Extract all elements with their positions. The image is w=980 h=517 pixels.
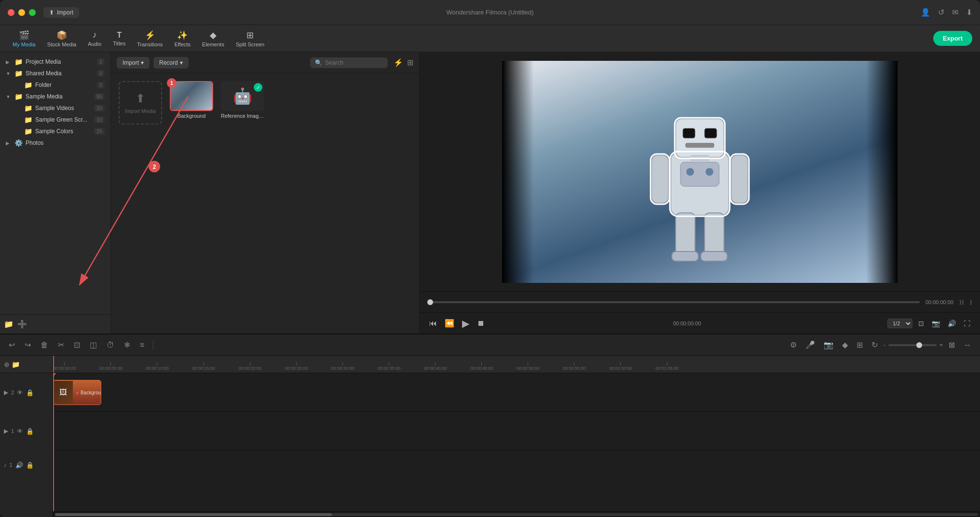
tree-item-sample-videos[interactable]: 📁 Sample Videos 20 <box>2 102 109 114</box>
trim-button[interactable]: ◫ <box>87 338 100 351</box>
toolbar-item-elements[interactable]: ◆ Elements <box>197 27 229 50</box>
zoom-out-icon[interactable]: - <box>884 342 885 349</box>
audio-button[interactable]: 🔊 <box>946 318 958 329</box>
zoom-fit-button[interactable]: ⊡ <box>916 318 926 329</box>
export-button[interactable]: Export <box>933 31 972 46</box>
fullscreen-button[interactable]: ⛶ <box>962 318 972 329</box>
tree-item-sample-media[interactable]: ▼ 📁 Sample Media 55 <box>2 91 109 102</box>
undo-button[interactable]: ↩ <box>6 338 18 351</box>
stop-button[interactable]: ⏹ <box>475 317 487 330</box>
settings-icon-photos: ⚙️ <box>14 139 23 147</box>
media-item-background[interactable]: 1 Background <box>170 81 213 125</box>
import-button[interactable]: Import ▾ <box>117 57 150 69</box>
search-box[interactable]: 🔍 <box>310 57 388 68</box>
reference-image-2-thumbnail: 🤖 ✓ <box>221 81 264 111</box>
svg-rect-9 <box>731 155 748 203</box>
video2-lock-icon[interactable]: 🔒 <box>26 389 34 396</box>
tree-item-photos[interactable]: ▶ ⚙️ Photos <box>2 137 109 149</box>
ruler-tick-35s: 00:00:35:00 <box>378 362 401 371</box>
timeline-content: 00:00:00:00 00:00:05:00 00:00:10:00 <box>53 356 980 517</box>
tree-item-shared-media[interactable]: ▼ 📁 Shared Media 0 <box>2 68 109 79</box>
camera-icon[interactable]: 📷 <box>821 338 836 351</box>
media-item-reference-image-2[interactable]: 🤖 ✓ Reference Image 2 <box>221 81 264 125</box>
scrollbar-thumb <box>55 513 332 516</box>
profile-icon[interactable]: 👤 <box>921 8 930 17</box>
video2-eye-icon[interactable]: 👁 <box>17 389 23 396</box>
expand-icon: ▶ <box>6 59 12 65</box>
snap-icon[interactable]: ⊞ <box>854 338 866 351</box>
import-media-label: Import Media <box>125 108 156 114</box>
download-icon[interactable]: ⬇ <box>966 8 972 17</box>
preview-time-code: 00:00:00:00 <box>926 299 953 305</box>
track-settings-icon[interactable]: ⚙ <box>787 338 800 351</box>
toolbar-label-my-media: My Media <box>13 42 36 47</box>
folder-icon: 📁 <box>14 58 23 66</box>
video1-lock-icon[interactable]: 🔒 <box>26 428 34 435</box>
search-input[interactable] <box>325 59 383 66</box>
delete-button[interactable]: 🗑 <box>38 339 51 351</box>
audio-volume-icon[interactable]: 🔊 <box>15 461 23 469</box>
import-window-button[interactable]: ⬆ Import <box>43 7 79 18</box>
rewind-button[interactable]: ⏮ <box>427 317 439 330</box>
ruler-tick-20s: 00:00:20:00 <box>238 362 261 371</box>
loop-icon[interactable]: ↻ <box>869 338 881 351</box>
freeze-button[interactable]: ❄ <box>121 338 133 351</box>
cut-button[interactable]: ✂ <box>55 338 67 351</box>
refresh-icon[interactable]: ↺ <box>938 8 944 17</box>
preview-controls: 00:00:00:00 ⟩⟩ ⟩ <box>420 291 980 312</box>
preview-skip-fwd-icon[interactable]: ⟩ <box>970 299 972 306</box>
tree-item-sample-colors[interactable]: 📁 Sample Colors 25 <box>2 126 109 137</box>
tree-count-sample-green: 10 <box>94 116 105 123</box>
fit-timeline-button[interactable]: ⊠ <box>946 338 958 351</box>
audio-lock-icon[interactable]: 🔒 <box>26 461 34 469</box>
svg-rect-3 <box>705 128 717 138</box>
keyframe-icon[interactable]: ◆ <box>839 338 851 351</box>
timeline-scrollbar[interactable] <box>53 511 980 517</box>
preview-video <box>502 61 898 283</box>
filter-icon[interactable]: ⚡ <box>394 58 403 67</box>
audio-track-content <box>53 450 980 479</box>
toolbar-item-transitions[interactable]: ⚡ Transitions <box>132 27 167 50</box>
svg-rect-4 <box>685 143 714 148</box>
play-button[interactable]: ▶ <box>460 316 471 331</box>
redo-button[interactable]: ↪ <box>22 338 34 351</box>
zoom-in-icon[interactable]: + <box>939 342 943 349</box>
video1-eye-icon[interactable]: 👁 <box>17 428 23 435</box>
track-row-audio1 <box>53 450 980 479</box>
import-media-button[interactable]: ⬆ Import Media <box>119 81 162 125</box>
background-label: Background <box>170 113 213 119</box>
quality-select[interactable]: 1/2 1/4 Full <box>887 319 912 328</box>
tree-item-sample-green[interactable]: 📁 Sample Green Scr... 10 <box>2 114 109 126</box>
add-track-button[interactable]: ⊕ <box>4 361 10 368</box>
reference-check-icon: ✓ <box>254 83 262 92</box>
add-folder-icon[interactable]: ➕ <box>17 320 27 329</box>
toolbar-item-audio[interactable]: ♪ Audio <box>83 27 106 50</box>
toolbar-item-my-media[interactable]: 🎬 My Media <box>8 27 41 50</box>
speed-button[interactable]: ⏱ <box>104 339 117 351</box>
preview-skip-back-icon[interactable]: ⟩⟩ <box>959 299 964 306</box>
snapshot-button[interactable]: 📷 <box>930 318 942 329</box>
zoom-track[interactable] <box>888 344 937 346</box>
grid-view-icon[interactable]: ⊞ <box>407 58 413 67</box>
toolbar-item-effects[interactable]: ✨ Effects <box>170 27 195 50</box>
tree-item-project-media[interactable]: ▶ 📁 Project Media 2 <box>2 56 109 68</box>
mail-icon[interactable]: ✉ <box>952 8 958 17</box>
track-options-button[interactable]: 📁 <box>12 361 20 368</box>
mic-icon[interactable]: 🎤 <box>803 338 818 351</box>
preview-scrubber[interactable] <box>427 301 920 303</box>
step-back-button[interactable]: ⏪ <box>443 317 456 330</box>
ai-button[interactable]: ≡ <box>137 339 147 351</box>
crop-button[interactable]: ⊡ <box>71 338 83 351</box>
import-window-label: Import <box>57 9 73 16</box>
expand-timeline-button[interactable]: ↔ <box>961 339 974 351</box>
toolbar-item-stock-media[interactable]: 📦 Stock Media <box>42 27 82 50</box>
clip-background[interactable]: 🖼 ■ Background <box>53 380 101 405</box>
minimize-button[interactable] <box>18 9 25 16</box>
maximize-button[interactable] <box>29 9 36 16</box>
toolbar-item-split-screen[interactable]: ⊞ Split Screen <box>231 27 269 50</box>
record-button[interactable]: Record ▾ <box>153 57 189 69</box>
new-folder-icon[interactable]: 📁 <box>4 320 14 329</box>
close-button[interactable] <box>8 9 14 16</box>
tree-item-folder[interactable]: 📁 Folder 0 <box>2 79 109 91</box>
toolbar-item-titles[interactable]: T Titles <box>108 28 130 49</box>
